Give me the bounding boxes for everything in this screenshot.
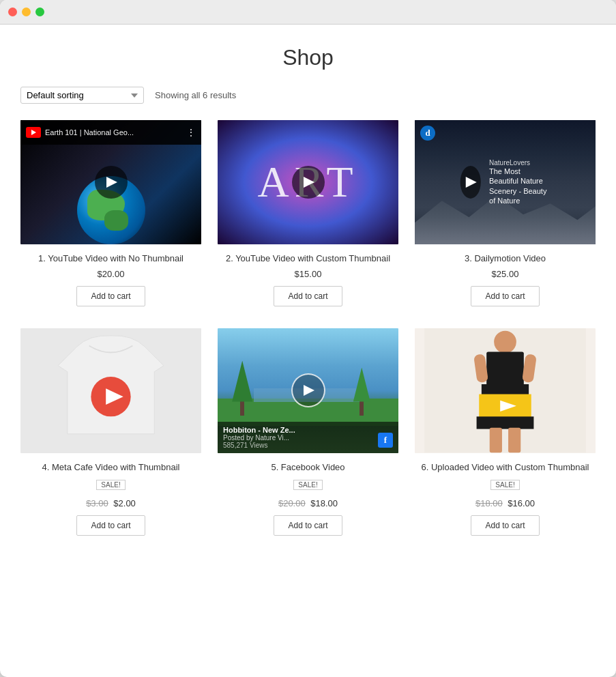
product-card: d NatureLovers The Most Beautiful Nature… xyxy=(415,120,596,309)
facebook-icon: f xyxy=(378,433,393,448)
product-thumbnail[interactable]: ART xyxy=(218,120,398,244)
shop-container: Shop Default sortingSort by popularitySo… xyxy=(0,25,616,566)
youtube-icon xyxy=(26,127,41,138)
earth-land2 xyxy=(104,210,128,231)
more-options-icon[interactable]: ⋮ xyxy=(186,127,196,138)
product-name: 4. Meta Cafe Video with Thumbnail xyxy=(26,461,196,474)
tree-left xyxy=(232,361,252,416)
video-bar: Earth 101 | National Geo... ⋮ xyxy=(20,120,201,145)
svg-rect-4 xyxy=(486,352,524,386)
product-thumbnail[interactable]: d NatureLovers The Most Beautiful Nature… xyxy=(415,120,596,244)
dailymotion-logo: d xyxy=(420,126,435,141)
svg-rect-10 xyxy=(477,417,534,429)
play-triangle-icon xyxy=(466,177,477,188)
minimize-button[interactable] xyxy=(22,8,31,16)
add-to-cart-button[interactable]: Add to cart xyxy=(274,515,342,536)
sale-price: $2.00 xyxy=(113,498,136,508)
maximize-button[interactable] xyxy=(35,8,44,16)
video-title: Earth 101 | National Geo... xyxy=(45,128,182,136)
add-to-cart-button[interactable]: Add to cart xyxy=(471,515,539,536)
sort-select[interactable]: Default sortingSort by popularitySort by… xyxy=(20,87,144,104)
add-to-cart-button[interactable]: Add to cart xyxy=(274,286,342,306)
product-thumbnail[interactable] xyxy=(415,328,596,452)
product-price: $20.00 $18.00 xyxy=(223,498,393,508)
product-info: 4. Meta Cafe Video with Thumbnail SALE! … xyxy=(20,453,201,538)
product-card: 6. Uploaded Video with Custom Thumbnail … xyxy=(415,328,596,538)
svg-rect-7 xyxy=(482,384,529,395)
product-thumbnail[interactable] xyxy=(20,328,201,452)
product-price: $3.00 $2.00 xyxy=(26,498,196,508)
play-triangle-icon xyxy=(304,385,314,396)
page-title: Shop xyxy=(20,45,596,70)
play-button[interactable] xyxy=(291,373,325,407)
product-price: $20.00 xyxy=(26,269,196,279)
fb-views: 585,271 Views xyxy=(223,442,393,449)
app-window: Shop Default sortingSort by popularitySo… xyxy=(0,0,616,677)
product-name: 6. Uploaded Video with Custom Thumbnail xyxy=(420,461,590,474)
fb-video-title: Hobbiton - New Ze... xyxy=(223,426,393,434)
product-name: 1. YouTube Video with No Thumbnail xyxy=(26,253,196,265)
product-card: Hobbiton - New Ze... Posted by Nature Vi… xyxy=(218,328,398,538)
product-price: $25.00 xyxy=(420,269,590,279)
play-button[interactable] xyxy=(95,166,128,199)
product-info: 3. Dailymotion Video $25.00 Add to cart xyxy=(415,244,596,309)
product-info: 6. Uploaded Video with Custom Thumbnail … xyxy=(415,453,596,538)
play-triangle-icon xyxy=(304,177,314,188)
facebook-video-info: Hobbiton - New Ze... Posted by Nature Vi… xyxy=(218,422,398,453)
fb-posted-by: Posted by Nature Vi... xyxy=(223,434,393,442)
product-price: $15.00 xyxy=(223,269,393,279)
play-triangle-icon xyxy=(106,177,117,188)
skirt-svg xyxy=(415,328,596,452)
products-grid: Earth 101 | National Geo... ⋮ 1. YouTube… xyxy=(20,120,596,538)
play-button[interactable] xyxy=(460,166,481,199)
add-to-cart-button[interactable]: Add to cart xyxy=(76,515,145,536)
original-price: $18.00 xyxy=(475,498,503,508)
titlebar xyxy=(0,0,616,25)
tshirt-svg xyxy=(20,328,201,452)
original-price: $3.00 xyxy=(86,498,108,508)
product-thumbnail[interactable]: Hobbiton - New Ze... Posted by Nature Vi… xyxy=(218,328,398,452)
results-count: Showing all 6 results xyxy=(155,90,236,100)
product-info: 5. Facebook Video SALE! $20.00 $18.00 Ad… xyxy=(218,453,398,538)
svg-point-3 xyxy=(494,331,516,354)
product-info: 2. YouTube Video with Custom Thumbnail $… xyxy=(218,244,398,309)
sale-badge: SALE! xyxy=(490,480,519,490)
dm-channel: NatureLovers xyxy=(489,159,551,167)
add-to-cart-button[interactable]: Add to cart xyxy=(76,286,145,306)
sale-price: $18.00 xyxy=(310,498,338,508)
product-info: 1. YouTube Video with No Thumbnail $20.0… xyxy=(20,244,201,309)
svg-rect-11 xyxy=(490,428,502,452)
product-name: 3. Dailymotion Video xyxy=(420,253,590,265)
add-to-cart-button[interactable]: Add to cart xyxy=(471,286,539,306)
sale-badge: SALE! xyxy=(96,480,125,490)
yt-play-icon xyxy=(31,130,36,135)
product-price: $18.00 $16.00 xyxy=(420,498,590,508)
product-name: 2. YouTube Video with Custom Thumbnail xyxy=(223,253,393,265)
tree-right xyxy=(353,368,370,416)
close-button[interactable] xyxy=(8,8,17,16)
product-card: ART 2. YouTube Video with Custom Thumbna… xyxy=(218,120,398,309)
shop-toolbar: Default sortingSort by popularitySort by… xyxy=(20,87,596,104)
product-card: 4. Meta Cafe Video with Thumbnail SALE! … xyxy=(20,328,201,538)
play-button[interactable] xyxy=(292,166,325,199)
product-thumbnail[interactable]: Earth 101 | National Geo... ⋮ xyxy=(20,120,201,244)
svg-rect-12 xyxy=(508,428,520,452)
dm-video-title: The Most Beautiful Nature Scenery - Beau… xyxy=(489,167,551,205)
product-name: 5. Facebook Video xyxy=(223,461,393,474)
sale-badge: SALE! xyxy=(293,480,322,490)
sale-price: $16.00 xyxy=(508,498,535,508)
original-price: $20.00 xyxy=(278,498,306,508)
product-card: Earth 101 | National Geo... ⋮ 1. YouTube… xyxy=(20,120,201,309)
